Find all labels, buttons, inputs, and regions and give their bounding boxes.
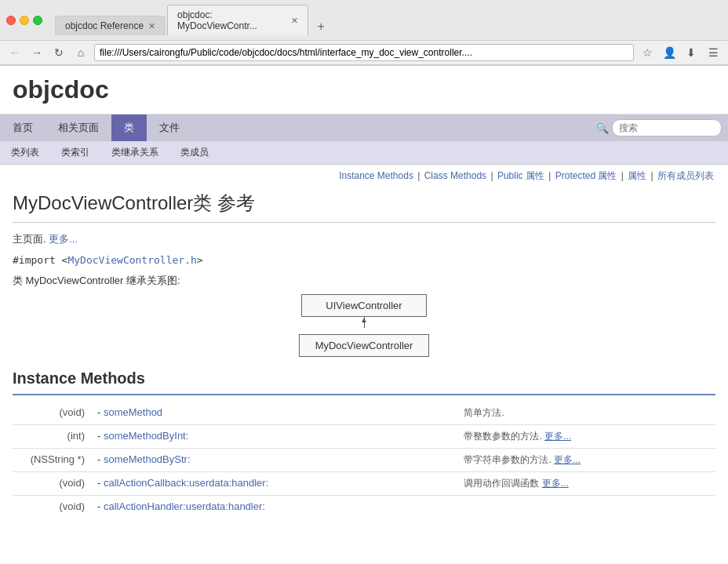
table-row: (int)- someMethodByInt:带整数参数的方法. 更多...: [13, 425, 715, 449]
page-content: objcdoc 首页 相关页面 类 文件 🔍 类列表 类索引 类继承关系 类成员…: [0, 66, 728, 526]
bookmark-button[interactable]: ☆: [639, 44, 656, 61]
method-link[interactable]: someMethodByStr:: [104, 453, 191, 465]
method-name: - callActionCallback:userdata:handler:: [91, 472, 457, 496]
method-desc: 带整数参数的方法. 更多...: [457, 425, 715, 449]
import-link[interactable]: MyDocViewController.h: [67, 254, 196, 266]
search-input[interactable]: [612, 119, 722, 136]
method-link[interactable]: callActionCallback:userdata:handler:: [104, 477, 268, 489]
method-desc: [457, 496, 715, 518]
maximize-button[interactable]: [33, 16, 42, 25]
back-button[interactable]: ←: [6, 44, 24, 61]
new-tab-button[interactable]: +: [310, 18, 332, 35]
nav-search: 🔍: [596, 119, 722, 136]
link-protected-attr[interactable]: Protected 属性: [555, 170, 617, 181]
method-return-type: (NSString *): [13, 449, 91, 472]
page-title: MyDocViewController类 参考: [13, 191, 715, 216]
table-row: (NSString *)- someMethodByStr:带字符串参数的方法.…: [13, 449, 715, 472]
primary-nav: 首页 相关页面 类 文件 🔍: [0, 115, 728, 141]
home-button[interactable]: ⌂: [72, 44, 89, 61]
forward-button[interactable]: →: [28, 44, 46, 61]
method-more-link[interactable]: 更多...: [554, 454, 581, 465]
tab-2[interactable]: objcdoc: MyDocViewContr... ✕: [167, 5, 308, 35]
link-class-methods[interactable]: Class Methods: [424, 170, 486, 181]
method-name: - someMethodByInt:: [91, 425, 457, 449]
import-line: #import <MyDocViewController.h>: [13, 254, 715, 266]
method-desc: 带字符串参数的方法. 更多...: [457, 449, 715, 472]
nav-class-members[interactable]: 类成员: [169, 141, 220, 164]
url-input[interactable]: [94, 44, 634, 61]
doc-content: 主页面. 更多... #import <MyDocViewController.…: [0, 223, 728, 526]
link-all-members[interactable]: 所有成员列表: [657, 170, 714, 181]
download-button[interactable]: ⬇: [682, 44, 700, 61]
inheritance-label: 类 MyDocViewController 继承关系图:: [13, 274, 715, 288]
minimize-button[interactable]: [20, 16, 29, 25]
nav-class-hierarchy[interactable]: 类继承关系: [100, 141, 169, 164]
tab-1[interactable]: objcdoc Reference ✕: [55, 16, 166, 35]
profile-button[interactable]: 👤: [661, 44, 678, 61]
nav-class-list[interactable]: 类列表: [0, 141, 50, 164]
address-bar: ← → ↻ ⌂ ☆ 👤 ⬇ ☰: [0, 40, 728, 65]
site-title: objcdoc: [13, 75, 109, 104]
doc-intro: 主页面. 更多...: [13, 232, 715, 246]
link-instance-methods[interactable]: Instance Methods: [339, 170, 413, 181]
browser-chrome: objcdoc Reference ✕ objcdoc: MyDocViewCo…: [0, 0, 728, 66]
method-name: - someMethod: [91, 402, 457, 425]
diagram-child: MyDocViewController: [299, 334, 430, 357]
tab-2-close[interactable]: ✕: [291, 16, 298, 26]
tab-2-label: objcdoc: MyDocViewContr...: [177, 9, 286, 31]
intro-more-link[interactable]: 更多...: [49, 233, 78, 245]
nav-class[interactable]: 类: [111, 115, 147, 141]
site-header: objcdoc: [0, 66, 728, 115]
table-row: (void)- someMethod简单方法.: [13, 402, 715, 425]
instance-methods-heading: Instance Methods: [13, 369, 715, 388]
nav-related[interactable]: 相关页面: [46, 115, 111, 141]
instance-methods-divider: [13, 394, 715, 395]
diagram-parent: UIViewController: [301, 294, 427, 317]
window-controls: [6, 16, 42, 25]
links-bar: Instance Methods | Class Methods | Publi…: [0, 165, 728, 187]
nav-class-index[interactable]: 类索引: [50, 141, 100, 164]
method-name: - someMethodByStr:: [91, 449, 457, 472]
tab-1-label: objcdoc Reference: [65, 20, 144, 31]
tab-1-close[interactable]: ✕: [148, 21, 155, 31]
link-public-attr[interactable]: Public 属性: [497, 170, 544, 181]
search-icon: 🔍: [596, 122, 609, 134]
title-bar: objcdoc Reference ✕ objcdoc: MyDocViewCo…: [0, 0, 728, 40]
menu-button[interactable]: ☰: [704, 44, 722, 61]
method-desc: 简单方法.: [457, 402, 715, 425]
inheritance-diagram: UIViewController MyDocViewController: [13, 294, 715, 357]
close-button[interactable]: [6, 16, 16, 25]
method-table: (void)- someMethod简单方法.(int)- someMethod…: [13, 402, 715, 517]
page-title-section: MyDocViewController类 参考: [0, 187, 728, 222]
method-return-type: (int): [13, 425, 91, 449]
method-more-link[interactable]: 更多...: [544, 431, 571, 442]
refresh-button[interactable]: ↻: [50, 44, 67, 61]
diagram-arrow: [364, 317, 365, 334]
method-link[interactable]: someMethod: [104, 406, 162, 418]
method-desc: 调用动作回调函数 更多...: [457, 472, 715, 496]
method-return-type: (void): [13, 402, 91, 425]
nav-home[interactable]: 首页: [0, 115, 46, 141]
method-return-type: (void): [13, 496, 91, 518]
method-more-link[interactable]: 更多...: [542, 478, 569, 489]
method-return-type: (void): [13, 472, 91, 496]
table-row: (void)- callActionHandler:userdata:handl…: [13, 496, 715, 518]
method-link[interactable]: someMethodByInt:: [104, 430, 188, 442]
tabs-bar: objcdoc Reference ✕ objcdoc: MyDocViewCo…: [49, 5, 338, 35]
method-name: - callActionHandler:userdata:handler:: [91, 496, 457, 518]
nav-file[interactable]: 文件: [147, 115, 192, 141]
link-attr[interactable]: 属性: [628, 170, 646, 181]
method-link[interactable]: callActionHandler:userdata:handler:: [104, 500, 265, 512]
table-row: (void)- callActionCallback:userdata:hand…: [13, 472, 715, 496]
secondary-nav: 类列表 类索引 类继承关系 类成员: [0, 141, 728, 165]
